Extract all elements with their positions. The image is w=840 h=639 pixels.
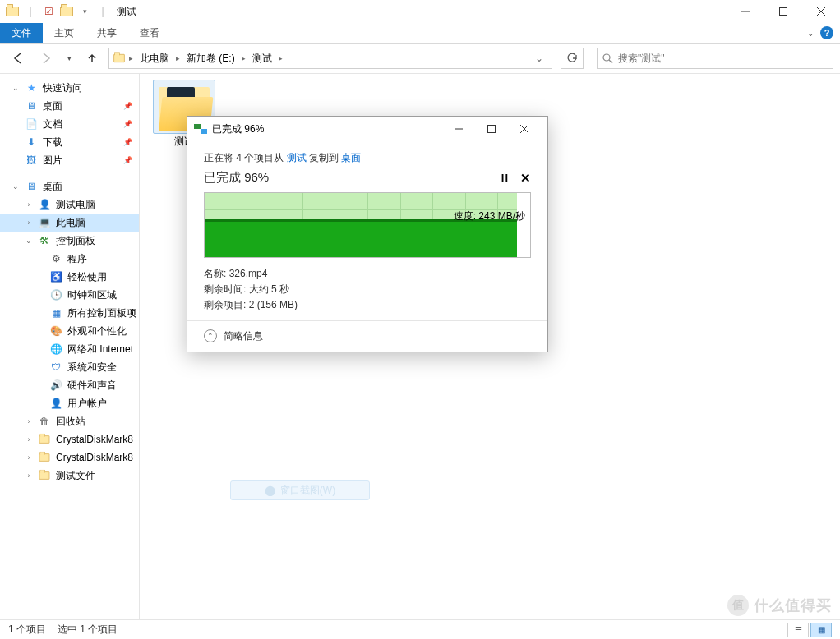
sidebar-item-desktop[interactable]: 🖥 桌面 📌 <box>0 97 139 115</box>
dialog-close-button[interactable] <box>508 117 541 141</box>
qat-properties-icon[interactable]: ☑ <box>39 2 58 21</box>
cancel-button[interactable]: ✕ <box>520 171 531 186</box>
sidebar-label: 测试电脑 <box>56 198 95 212</box>
navigation-pane[interactable]: ⌄★ 快速访问 🖥 桌面 📌 📄 文档 📌 ⬇ 下载 📌 🖼 图片 📌 ⌄🖥 桌… <box>0 74 140 619</box>
breadcrumb-sep[interactable]: ▸ <box>174 54 182 62</box>
svg-point-4 <box>603 54 610 61</box>
sidebar-item[interactable]: 🎨外观和个性化 <box>0 322 139 340</box>
svg-rect-1 <box>780 8 787 16</box>
sidebar-item[interactable]: 🕒时钟和区域 <box>0 286 139 304</box>
sidebar-item[interactable]: ⌄🛠控制面板 <box>0 232 139 250</box>
sidebar-item[interactable]: 🔊硬件和声音 <box>0 376 139 394</box>
sidebar-label: 硬件和声音 <box>67 379 117 393</box>
sidebar-item[interactable]: 👤用户帐户 <box>0 394 139 412</box>
sidebar-item[interactable]: 🌐网络和 Internet <box>0 340 139 358</box>
camera-icon: ⬤ <box>265 485 275 496</box>
dialog-titlebar[interactable]: 已完成 96% <box>187 117 547 141</box>
minimize-button[interactable] <box>727 0 764 23</box>
dialog-minimize-button[interactable] <box>442 117 475 141</box>
tab-view[interactable]: 查看 <box>128 23 171 43</box>
copy-progress-dialog: 已完成 96% 正在将 4 个项目从 测试 复制到 桌面 已完成 96% II … <box>187 116 548 352</box>
sidebar-quick-access[interactable]: ⌄★ 快速访问 <box>0 79 139 97</box>
sidebar-item-documents[interactable]: 📄 文档 📌 <box>0 115 139 133</box>
sidebar-item[interactable]: ♿轻松使用 <box>0 268 139 286</box>
pause-button[interactable]: II <box>501 172 509 184</box>
picture-icon: 🖼 <box>25 154 38 167</box>
window-title: 测试 <box>117 5 136 19</box>
sidebar-label: CrystalDiskMark8 <box>56 452 133 463</box>
sidebar-item[interactable]: ›👤测试电脑 <box>0 195 139 214</box>
sidebar-label: 回收站 <box>56 415 85 429</box>
close-button[interactable] <box>802 0 840 23</box>
grid-icon: ▦ <box>49 306 62 320</box>
tab-share[interactable]: 共享 <box>85 23 128 43</box>
forward-button[interactable] <box>35 47 58 70</box>
sidebar-item-downloads[interactable]: ⬇ 下载 📌 <box>0 133 139 151</box>
sidebar-item[interactable]: ›💻此电脑 <box>0 214 139 232</box>
svg-rect-7 <box>488 126 496 133</box>
net-icon: 🌐 <box>49 342 62 356</box>
search-input[interactable]: 搜索"测试" <box>597 48 833 69</box>
screenshot-menu-item[interactable]: ⬤ 窗口截图(W) <box>230 480 370 500</box>
qat-dropdown-icon[interactable]: ▾ <box>76 2 94 21</box>
quick-access-toolbar: | ☑ ▾ | <box>0 2 112 21</box>
sound-icon: 🔊 <box>49 379 62 392</box>
sidebar-item[interactable]: ⚙程序 <box>0 250 139 268</box>
help-icon[interactable]: ? <box>820 26 833 39</box>
sidebar-label: 快速访问 <box>43 81 82 95</box>
theme-icon: 🎨 <box>49 324 62 338</box>
sidebar-label: 程序 <box>67 252 87 266</box>
breadcrumb-sep[interactable]: ▸ <box>277 54 284 62</box>
pin-icon: 📌 <box>123 138 132 146</box>
details-view-button[interactable]: ☰ <box>787 623 809 637</box>
breadcrumb-sep[interactable]: ▸ <box>127 54 135 62</box>
back-button[interactable] <box>7 47 30 70</box>
sidebar-label: 桌面 <box>43 99 62 113</box>
user-icon: 👤 <box>49 397 62 410</box>
sidebar-label: 桌面 <box>43 180 62 194</box>
sidebar-label: 测试文件 <box>56 469 95 483</box>
file-tab[interactable]: 文件 <box>0 23 43 43</box>
watermark: 值 什么值得买 <box>727 595 832 616</box>
copy-icon <box>194 122 207 136</box>
sidebar-item[interactable]: ›CrystalDiskMark8 <box>0 448 139 467</box>
address-dropdown-icon[interactable]: ⌄ <box>530 53 548 64</box>
copy-source-link[interactable]: 测试 <box>287 152 307 163</box>
copy-metadata: 名称: 326.mp4 剩余时间: 大约 5 秒 剩余项目: 2 (156 MB… <box>204 266 531 314</box>
dialog-maximize-button[interactable] <box>475 117 508 141</box>
star-icon: ★ <box>25 81 38 94</box>
refresh-button[interactable] <box>561 48 584 69</box>
chevron-up-icon: ⌃ <box>204 329 217 342</box>
speed-label: 速度: 243 MB/秒 <box>454 209 525 223</box>
icons-view-button[interactable]: ▦ <box>810 623 832 637</box>
sidebar-label: 系统和安全 <box>67 361 117 375</box>
sidebar-item[interactable]: ›测试文件 <box>0 467 139 485</box>
sidebar-item-pictures[interactable]: 🖼 图片 📌 <box>0 151 139 169</box>
sidebar-label: 下载 <box>43 136 62 149</box>
desktop-icon: 🖥 <box>25 180 38 193</box>
speed-chart: 速度: 243 MB/秒 <box>204 192 531 258</box>
maximize-button[interactable] <box>764 0 802 23</box>
sidebar-item[interactable]: ▦所有控制面板项 <box>0 304 139 322</box>
pin-icon: 📌 <box>123 156 132 164</box>
up-button[interactable] <box>81 47 104 70</box>
address-bar[interactable]: ▸ 此电脑 ▸ 新加卷 (E:) ▸ 测试 ▸ ⌄ <box>108 48 552 69</box>
fewer-details-button[interactable]: ⌃ 简略信息 <box>187 320 547 352</box>
tab-home[interactable]: 主页 <box>43 23 85 43</box>
pin-icon: 📌 <box>123 120 132 128</box>
breadcrumb-drive[interactable]: 新加卷 (E:) <box>183 52 238 66</box>
watermark-logo-icon: 值 <box>727 595 749 616</box>
folder-icon <box>58 2 76 21</box>
sidebar-label: 用户帐户 <box>67 397 107 411</box>
sidebar-item[interactable]: ›🗑回收站 <box>0 412 139 430</box>
sidebar-desktop-root[interactable]: ⌄🖥 桌面 <box>0 177 139 195</box>
copy-dest-link[interactable]: 桌面 <box>341 152 361 163</box>
breadcrumb-folder[interactable]: 测试 <box>249 52 275 66</box>
sidebar-item[interactable]: ›CrystalDiskMark8 <box>0 430 139 448</box>
download-icon: ⬇ <box>25 136 38 149</box>
recent-button[interactable]: ▾ <box>62 47 76 70</box>
sidebar-item[interactable]: 🛡系统和安全 <box>0 358 139 376</box>
breadcrumb-sep[interactable]: ▸ <box>240 54 247 62</box>
breadcrumb-pc[interactable]: 此电脑 <box>136 52 173 66</box>
ribbon-expand-icon[interactable]: ⌄ <box>807 29 814 38</box>
